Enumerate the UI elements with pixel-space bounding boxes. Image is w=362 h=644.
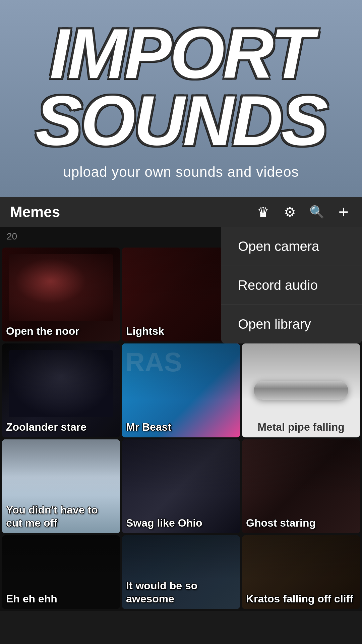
toolbar: Memes ♛ ⚙ 🔍 + Open camera Record audio O… — [0, 197, 362, 227]
meme-item-1[interactable]: Open the noor — [2, 248, 120, 341]
record-audio-item[interactable]: Record audio — [221, 266, 362, 305]
hero-title: IMPORT SOUNDS — [13, 20, 349, 154]
dropdown-menu: Open camera Record audio Open library — [221, 227, 362, 343]
open-library-item[interactable]: Open library — [221, 305, 362, 343]
search-icon: 🔍 — [309, 205, 324, 219]
meme-1-visual — [9, 254, 113, 321]
search-button[interactable]: 🔍 — [308, 204, 325, 220]
meme-1-label: Open the noor — [6, 325, 116, 337]
meme-item-12[interactable]: Kratos falling off cliff — [242, 535, 360, 609]
meme-item-5[interactable]: RAS Mr Beast — [122, 343, 240, 437]
meme-item-6[interactable]: Metal pipe falling — [242, 343, 360, 437]
meme-6-pipe — [254, 381, 348, 400]
meme-item-11[interactable]: It would be so awesome — [122, 535, 240, 609]
settings-button[interactable]: ⚙ — [282, 204, 298, 220]
meme-10-label: Eh eh ehh — [6, 592, 116, 605]
meme-4-label: Zoolander stare — [6, 421, 116, 433]
meme-12-label: Kratos falling off cliff — [246, 592, 356, 605]
meme-4-visual — [9, 350, 113, 417]
meme-item-9[interactable]: Ghost staring — [242, 439, 360, 533]
toolbar-icons: ♛ ⚙ 🔍 + — [255, 204, 352, 220]
open-camera-item[interactable]: Open camera — [221, 227, 362, 266]
date-text: 20 — [7, 231, 17, 242]
meme-5-label: Mr Beast — [126, 421, 236, 433]
meme-6-label: Metal pipe falling — [245, 421, 357, 433]
plus-icon: + — [339, 203, 349, 221]
meme-item-10[interactable]: Eh eh ehh — [2, 535, 120, 609]
app-container: Memes ♛ ⚙ 🔍 + Open camera Record audio O… — [0, 197, 362, 644]
hero-section: IMPORT SOUNDS upload your own sounds and… — [0, 0, 362, 197]
meme-item-8[interactable]: Swag like Ohio — [122, 439, 240, 533]
meme-5-text: RAS — [125, 347, 182, 378]
gear-icon: ⚙ — [284, 204, 296, 220]
crown-button[interactable]: ♛ — [255, 204, 272, 220]
crown-icon: ♛ — [257, 204, 269, 220]
meme-11-label: It would be so awesome — [126, 579, 236, 605]
add-button[interactable]: + — [335, 204, 352, 220]
meme-item-4[interactable]: Zoolander stare — [2, 343, 120, 437]
hero-subtitle: upload your own sounds and videos — [13, 164, 349, 180]
meme-2-label: Lightsk — [126, 325, 236, 337]
meme-item-7[interactable]: You didn't have to cut me off — [2, 439, 120, 533]
toolbar-title: Memes — [10, 204, 255, 220]
meme-7-label: You didn't have to cut me off — [6, 503, 116, 529]
meme-8-label: Swag like Ohio — [126, 517, 236, 529]
meme-9-label: Ghost staring — [246, 517, 356, 529]
